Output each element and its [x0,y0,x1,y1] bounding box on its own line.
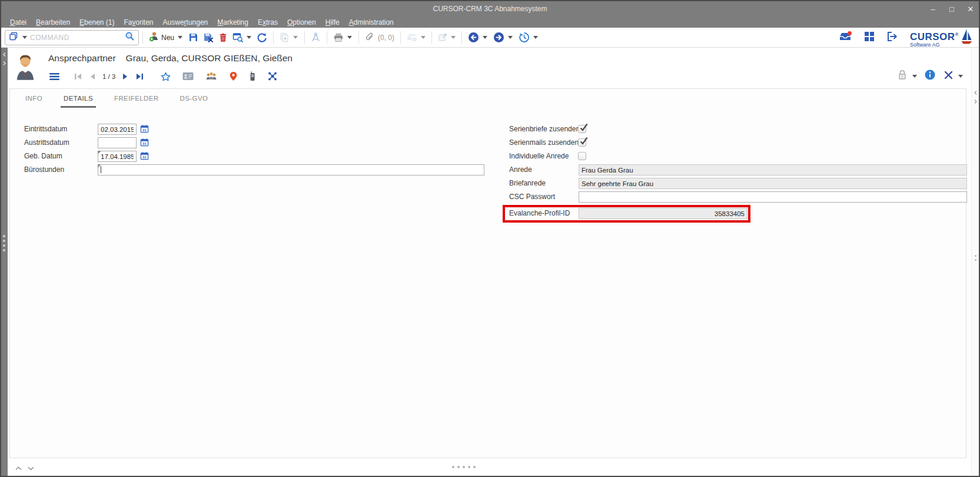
last-record-button[interactable] [132,71,147,82]
menu-ebenen[interactable]: Ebenen (1) [75,18,118,26]
menu-datei[interactable]: Datei [6,18,31,26]
right-splitter-handle[interactable] [975,255,976,261]
first-record-button[interactable] [71,71,85,82]
compass-button[interactable] [308,31,323,44]
table-search-caret[interactable] [247,36,251,39]
close-record-caret[interactable] [958,75,963,78]
delete-button[interactable] [216,31,230,44]
tab-info[interactable]: INFO [22,94,45,108]
austrittsdatum-input[interactable] [98,137,137,148]
tab-freifelder[interactable]: FREIFELDER [111,94,162,108]
save-button[interactable] [186,31,201,44]
menu-bearbeiten[interactable]: Bearbeiten [32,18,74,26]
print-button[interactable] [331,31,346,44]
details-panel: INFO DETAILS FREIFELDER DS-GVO Eintritts… [9,88,966,458]
next-record-button[interactable] [119,71,132,82]
scroll-down-icon[interactable] [27,463,35,473]
calendar-icon[interactable]: 31 [140,151,150,161]
window-copy-icon[interactable] [9,32,18,44]
history-button[interactable] [516,30,532,45]
expand-right-icon[interactable] [973,99,978,104]
workflow-button[interactable] [404,31,420,44]
scroll-up-icon[interactable] [15,463,22,473]
logout-icon[interactable] [886,31,898,44]
open-external-caret[interactable] [451,36,456,39]
people-group-icon[interactable] [202,71,220,82]
attachments-button[interactable]: (0, 0) [363,30,397,45]
copy-record-caret[interactable] [293,36,298,39]
minimize-button[interactable]: – [928,5,938,14]
lock-caret[interactable] [912,75,917,78]
inbox-icon[interactable] [838,31,852,45]
bottom-splitter-handle[interactable] [452,466,476,468]
field-label-evalanche-profil-id: Evalanche-Profil-ID [509,208,570,219]
svg-text:31: 31 [142,128,147,132]
collapse-right-icon[interactable] [973,90,978,95]
refresh-button[interactable] [254,31,270,45]
tiles-icon[interactable] [864,31,875,44]
expand-left-icon[interactable] [2,61,7,66]
workflow-caret[interactable] [421,36,426,39]
menu-auswertungen[interactable]: Auswertungen [159,18,212,26]
command-scope-caret[interactable] [22,36,27,39]
close-button[interactable]: ✕ [966,5,975,14]
back-button[interactable] [466,30,481,45]
back-caret[interactable] [483,36,487,39]
eintrittsdatum-input[interactable] [98,124,137,135]
maximize-button[interactable]: □ [947,5,956,14]
briefanrede-input[interactable] [579,178,967,189]
left-splitter-handle[interactable] [3,235,5,251]
forward-button[interactable] [491,30,507,45]
menu-favoriten[interactable]: Favoriten [119,18,157,26]
menu-administration[interactable]: Administration [345,18,398,26]
anrede-input[interactable] [579,164,967,175]
relations-network-icon[interactable] [264,70,281,82]
buerostunden-input[interactable] [98,164,484,175]
forward-caret[interactable] [508,36,513,39]
search-icon[interactable] [125,31,135,44]
tab-dsgvo[interactable]: DS-GVO [177,94,211,108]
calendar-icon[interactable]: 31 [140,138,150,147]
geb-datum-input[interactable] [98,151,137,162]
collapse-left-icon[interactable] [2,52,7,57]
menu-hilfe[interactable]: Hilfe [321,18,344,26]
field-label-anrede: Anrede [509,164,532,175]
tab-details[interactable]: DETAILS [61,94,96,108]
evalanche-profil-id-input[interactable] [579,208,748,219]
copy-record-button[interactable] [277,31,292,44]
csc-passwort-input[interactable] [579,191,967,203]
favorite-star-icon[interactable] [158,71,174,82]
calendar-icon[interactable]: 31 [140,124,150,134]
history-caret[interactable] [533,36,538,39]
info-icon[interactable] [925,69,935,82]
menu-bar: Datei Bearbeiten Ebenen (1) Favoriten Au… [1,16,979,28]
location-pin-icon[interactable] [226,69,241,83]
open-external-button[interactable] [436,31,450,44]
lock-icon[interactable] [898,69,907,82]
serienbriefe-checkbox[interactable] [578,125,586,133]
save-discard-button[interactable] [201,31,216,44]
close-record-icon[interactable] [944,71,953,82]
table-search-button[interactable] [230,31,245,44]
command-box[interactable] [5,30,139,45]
individuelle-anrede-checkbox[interactable] [578,152,586,160]
entity-type-label: Ansprechpartner [48,53,116,64]
right-collapse-strip [971,48,979,476]
field-label-serienmails: Serienmails zusenden [509,137,579,148]
tab-bar: INFO DETAILS FREIFELDER DS-GVO [22,94,211,108]
toolbar: Neu (0, 0) [1,28,979,48]
hamburger-menu-icon[interactable] [46,71,62,82]
new-record-label: Neu [161,34,174,42]
contact-card-icon[interactable] [180,71,197,82]
field-label-geb-datum: Geb. Datum [24,151,62,162]
command-input[interactable] [30,34,122,42]
menu-extras[interactable]: Extras [254,18,282,26]
menu-optionen[interactable]: Optionen [283,18,320,26]
new-record-caret[interactable] [178,36,182,39]
previous-record-button[interactable] [85,71,99,82]
new-record-button[interactable]: Neu [147,29,177,46]
serienmails-checkbox[interactable] [578,138,586,147]
print-caret[interactable] [347,36,352,39]
menu-marketing[interactable]: Marketing [213,18,253,26]
phone-icon[interactable] [247,70,258,82]
